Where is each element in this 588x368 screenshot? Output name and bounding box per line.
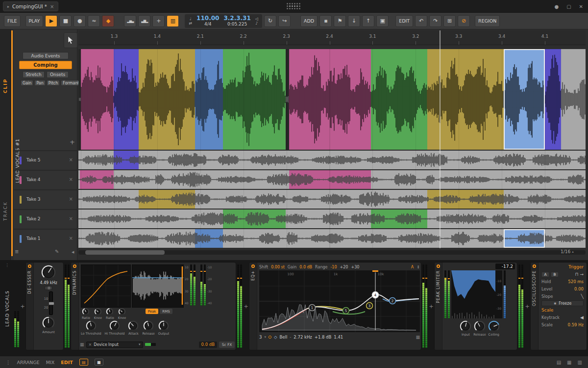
band-gain-value[interactable]: +1.8 dB [315,335,332,340]
add-device-button[interactable]: + [428,262,434,350]
pitch-button[interactable]: Pitch [47,80,60,86]
take-delete-button[interactable]: × [69,177,73,182]
export-button[interactable]: ↑ [362,15,374,27]
take-lane[interactable] [78,151,586,169]
clear-icon[interactable]: × [89,342,92,347]
take-label[interactable]: Take 4 [26,177,41,182]
play-button[interactable]: ▶ [45,15,57,27]
playhead[interactable] [440,30,441,248]
edit-pencil-icon[interactable]: ✎ [55,249,59,254]
limiter-readout[interactable]: -17.2 [495,263,515,269]
time-value[interactable]: 0:05.225 [227,21,247,27]
clipboard-button[interactable]: ▣ [376,15,389,27]
take-label[interactable]: Take 5 [26,158,41,162]
add-device-button[interactable]: + [20,262,25,350]
copy-button[interactable]: ⊞ [443,15,456,27]
edit-menu-button[interactable]: EDIT [395,15,413,27]
source-b-button[interactable]: B [551,272,559,277]
power-button[interactable] [533,264,536,268]
chevron-down-icon[interactable]: ▾ [264,335,266,339]
punch-button[interactable]: ↪ [278,15,291,27]
monitor-icon[interactable]: ◁ [255,17,258,21]
scroll-left-icon[interactable]: ◀ [72,250,74,254]
device-eq-plus[interactable]: EQ+ Shift 0.00 st Gain 0.0 dB Range -10 … [249,262,421,350]
automation-write-button[interactable]: ≈ [88,15,100,27]
device-peak-limiter[interactable]: PEAK LIMITER -17.2 -10-20-30 Input Relea… [434,262,517,350]
onscreen-keyboard-icon[interactable]: ▤ [557,360,561,365]
knee-knob[interactable] [118,308,126,315]
knee-knob[interactable] [94,308,102,315]
transfer-curve-display[interactable] [81,264,131,308]
power-button[interactable] [28,264,31,268]
gain-scope-display[interactable] [132,264,184,308]
take-lane[interactable] [78,210,586,228]
take-header[interactable]: Take 1× [14,229,77,247]
tab-close-icon[interactable]: × [50,4,54,9]
output-knob[interactable] [158,320,169,331]
peak-mode-button[interactable]: Peak [146,309,158,314]
analyzer-icon[interactable]: ▦ [416,335,420,340]
clip-tab[interactable]: CLIP [0,69,11,103]
threshold-slider[interactable] [49,291,53,315]
keytrack-icon[interactable]: ◀ [580,315,584,320]
routing-icon[interactable]: ≣ [15,249,19,254]
ceiling-knob[interactable] [488,320,500,332]
take-delete-button[interactable]: × [69,196,73,202]
hold-value[interactable]: 520 ms [568,279,584,284]
updown-icon[interactable]: ↕ [416,265,420,269]
range-option[interactable]: +30 [351,265,359,269]
lo-threshold-knob[interactable] [86,320,97,331]
window-close-button[interactable]: ✕ [579,4,583,9]
comping-button[interactable]: Comping [19,61,72,69]
take-header[interactable]: Take 2× [14,209,77,228]
gain-button[interactable]: Gain [21,80,33,86]
marker-button[interactable]: ⚑ [334,15,346,27]
device-deesser[interactable]: DE-ESSER 4.49 kHz 1020 Amount [25,262,64,350]
shift-value[interactable]: 0.00 st [271,265,285,269]
band-index[interactable]: 3 [259,335,262,340]
track-tab[interactable]: TRACK [0,191,11,231]
stop-button[interactable]: ■ [59,15,72,27]
sidechain-grid-icon[interactable]: ▦ [80,342,84,347]
project-tab[interactable]: ▸ CompingGUI * × [3,1,58,11]
position-display[interactable]: 3.2.3.31 0:05.225 [223,15,250,27]
metronome-icon[interactable]: ♩ [190,17,192,21]
ratio-knob[interactable] [82,308,90,315]
time-signature-value[interactable]: 4/4 [204,21,211,27]
add-device-button[interactable]: + [243,262,249,350]
release-knob[interactable] [143,320,154,331]
band-power-button[interactable] [269,336,271,339]
ratio-knob[interactable] [106,308,114,315]
comp-tool-button[interactable]: ▥ [167,15,179,27]
loop-button[interactable]: ↻ [264,15,276,27]
clip-view-toggle[interactable]: ▤ [79,359,88,366]
freeze-button[interactable]: ∗ Freeze [541,300,584,306]
import-button[interactable]: ↓ [348,15,360,27]
mixer-panel-icon[interactable]: ▥ [578,360,582,365]
sidechain-gain-value[interactable]: 0.0 dB [199,342,217,348]
region-menu-button[interactable]: REGION [475,15,500,27]
osc-scale-value[interactable]: 0.59 Hz [568,322,584,327]
band-type-value[interactable]: Bell [279,335,287,340]
slope-icon[interactable]: ╲ [581,294,584,299]
sidechain-fx-button[interactable]: Sc FX [219,342,235,348]
move-tool-button[interactable]: + [152,15,165,27]
cancel-button[interactable]: ⊘ [458,15,470,27]
add-track-button[interactable]: ADD [300,15,318,27]
chevron-up-icon[interactable]: ▴ [572,250,574,254]
band-shape-icon[interactable]: ◇ [274,335,277,340]
file-menu-button[interactable]: FILE [4,15,21,27]
gain-value[interactable]: 0.0 dB [299,265,312,269]
tempo-display[interactable]: 110.00 4/4 [196,15,219,27]
slider-thumb[interactable] [49,302,54,305]
shuffle-icon[interactable]: ⇄ [189,21,192,26]
take-lane[interactable] [78,190,586,209]
rms-mode-button[interactable]: RMS [160,309,172,314]
note-view-toggle[interactable]: ■ [95,359,103,366]
take-delete-button[interactable]: × [69,157,73,162]
take-lane[interactable] [78,229,586,248]
status-menu-icon[interactable]: ⋮ [6,360,11,365]
drag-handle-icon[interactable]: ⋮ [1,263,14,267]
comp-lane[interactable] [78,49,586,150]
frequency-value[interactable]: 4.49 kHz [40,281,57,285]
